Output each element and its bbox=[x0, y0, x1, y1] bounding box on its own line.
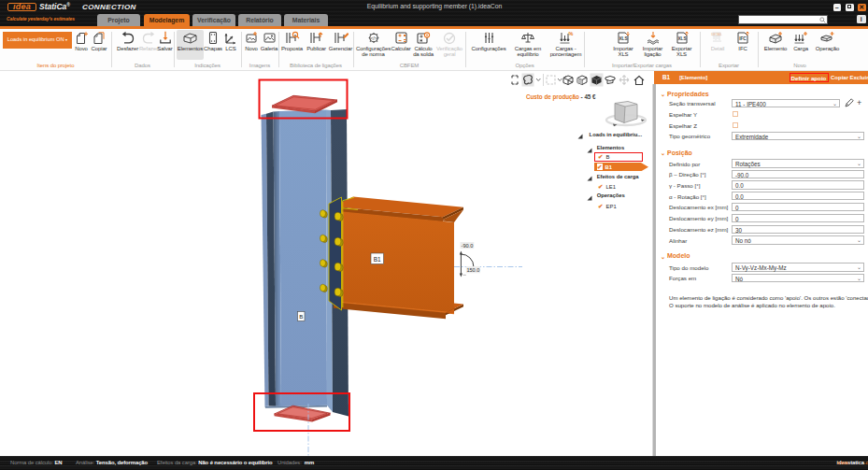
svg-text:-90.0: -90.0 bbox=[462, 243, 474, 249]
svg-text:B1: B1 bbox=[374, 256, 381, 263]
svg-text:IFC: IFC bbox=[739, 36, 747, 41]
svg-text:150.0: 150.0 bbox=[466, 267, 479, 273]
svg-text:DETAIL: DETAIL bbox=[711, 33, 721, 36]
svg-text:XLS: XLS bbox=[677, 36, 687, 41]
svg-text:%: % bbox=[568, 31, 573, 36]
svg-text:B: B bbox=[299, 313, 303, 320]
svg-text:</>: </> bbox=[370, 36, 377, 41]
svg-text:XLS: XLS bbox=[619, 36, 629, 41]
